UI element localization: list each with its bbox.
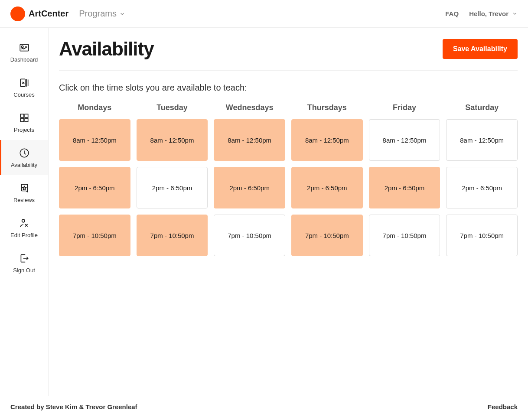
edit-profile-icon xyxy=(18,217,30,229)
schedule-grid: MondaysTuesdayWednesdaysThursdaysFridayS… xyxy=(59,103,518,256)
user-menu[interactable]: Hello, Trevor xyxy=(469,10,518,17)
sidebar-item-label: Edit Profile xyxy=(10,232,38,238)
time-slot[interactable]: 8am - 12:50pm xyxy=(291,119,363,161)
layout: Dashboard Courses Projects Availability … xyxy=(0,28,528,396)
sidebar-item-label: Dashboard xyxy=(10,56,38,63)
sidebar-item-projects[interactable]: Projects xyxy=(0,105,48,140)
courses-icon xyxy=(18,77,30,89)
sidebar-item-courses[interactable]: Courses xyxy=(0,70,48,105)
svg-point-8 xyxy=(22,219,25,222)
programs-label: Programs xyxy=(79,9,117,19)
time-slot[interactable]: 8am - 12:50pm xyxy=(137,119,208,161)
svg-point-1 xyxy=(21,46,23,48)
main-content: Availability Save Availability Click on … xyxy=(49,28,528,396)
faq-link[interactable]: FAQ xyxy=(445,10,459,17)
time-slot[interactable]: 2pm - 6:50pm xyxy=(369,167,440,208)
feedback-link[interactable]: Feedback xyxy=(488,403,518,410)
time-slot[interactable]: 8am - 12:50pm xyxy=(59,119,130,161)
day-header: Wednesdays xyxy=(214,103,285,112)
time-slot[interactable]: 8am - 12:50pm xyxy=(446,119,518,161)
time-slot[interactable]: 2pm - 6:50pm xyxy=(446,167,518,208)
day-header: Thursdays xyxy=(291,103,363,112)
sidebar-item-reviews[interactable]: Reviews xyxy=(0,175,48,210)
day-header: Tuesday xyxy=(137,103,208,112)
sidebar-item-availability[interactable]: Availability xyxy=(0,140,48,175)
brand-name: ArtCenter xyxy=(29,9,68,19)
svg-rect-6 xyxy=(25,118,28,122)
svg-rect-5 xyxy=(20,118,24,122)
top-header: ArtCenter Programs FAQ Hello, Trevor xyxy=(0,0,528,28)
sidebar: Dashboard Courses Projects Availability … xyxy=(0,28,49,396)
footer-credit: Created by Steve Kim & Trevor Greenleaf xyxy=(10,403,137,410)
time-slot[interactable]: 7pm - 10:50pm xyxy=(59,215,130,256)
time-slot[interactable]: 8am - 12:50pm xyxy=(214,119,285,161)
day-header: Friday xyxy=(369,103,440,112)
time-slot[interactable]: 8am - 12:50pm xyxy=(369,119,440,161)
sign-out-icon xyxy=(18,252,30,264)
brand-logo[interactable]: ArtCenter xyxy=(10,7,68,21)
footer: Created by Steve Kim & Trevor Greenleaf … xyxy=(0,396,528,417)
time-slot[interactable]: 2pm - 6:50pm xyxy=(59,167,130,208)
sidebar-item-språk-edit-profile[interactable]: Edit Profile xyxy=(0,210,48,245)
page-header: Availability Save Availability xyxy=(59,38,518,71)
projects-icon xyxy=(18,112,30,124)
sidebar-item-label: Courses xyxy=(13,91,34,98)
user-greeting: Hello, Trevor xyxy=(469,10,508,17)
time-slot[interactable]: 7pm - 10:50pm xyxy=(369,215,440,256)
svg-rect-3 xyxy=(20,114,24,117)
page-title: Availability xyxy=(59,38,154,60)
time-slot[interactable]: 2pm - 6:50pm xyxy=(137,167,208,208)
save-availability-button[interactable]: Save Availability xyxy=(443,39,518,59)
sidebar-item-label: Sign Out xyxy=(13,267,35,273)
time-slot[interactable]: 7pm - 10:50pm xyxy=(291,215,363,256)
instruction-text: Click on the time slots you are availabl… xyxy=(59,83,518,93)
chevron-down-icon xyxy=(119,11,125,17)
time-slot[interactable]: 2pm - 6:50pm xyxy=(214,167,285,208)
sidebar-item-sign-out[interactable]: Sign Out xyxy=(0,245,48,280)
day-header: Saturday xyxy=(446,103,518,112)
time-slot[interactable]: 7pm - 10:50pm xyxy=(214,215,285,256)
sidebar-item-label: Reviews xyxy=(13,197,35,203)
reviews-icon xyxy=(18,182,30,194)
logo-circle-icon xyxy=(10,7,25,21)
chevron-down-icon xyxy=(512,11,518,16)
sidebar-item-label: Projects xyxy=(14,127,34,133)
day-header: Mondays xyxy=(59,103,130,112)
programs-dropdown[interactable]: Programs xyxy=(79,9,125,19)
svg-rect-0 xyxy=(20,44,29,51)
dashboard-icon xyxy=(18,42,30,54)
header-left: ArtCenter Programs xyxy=(10,7,125,21)
sidebar-item-dashboard[interactable]: Dashboard xyxy=(0,35,48,70)
time-slot[interactable]: 2pm - 6:50pm xyxy=(291,167,363,208)
time-slot[interactable]: 7pm - 10:50pm xyxy=(446,215,518,256)
sidebar-item-label: Availability xyxy=(11,162,37,168)
clock-icon xyxy=(18,147,30,159)
svg-rect-4 xyxy=(25,114,28,117)
time-slot[interactable]: 7pm - 10:50pm xyxy=(137,215,208,256)
header-right: FAQ Hello, Trevor xyxy=(445,10,518,17)
